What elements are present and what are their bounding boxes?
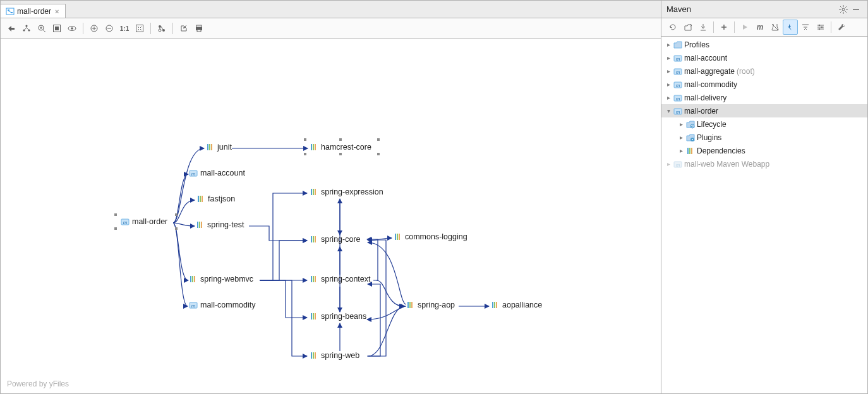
fit-content-icon[interactable]	[50, 21, 64, 35]
add-icon[interactable]	[716, 20, 732, 35]
run-icon[interactable]	[737, 20, 752, 35]
chevron-right-icon[interactable]: ▸	[665, 160, 672, 167]
show-options-icon[interactable]	[813, 20, 828, 35]
selection-handle[interactable]	[114, 227, 117, 230]
maven-module-icon: m	[673, 93, 682, 102]
layout-icon[interactable]	[20, 21, 33, 35]
maven-m-icon[interactable]: m	[752, 20, 768, 35]
node-spring-webmvc[interactable]: spring-webmvc	[189, 275, 253, 284]
node-spring-aop[interactable]: spring-aop	[406, 301, 455, 309]
selection-handle[interactable]	[377, 153, 380, 155]
tree-item-lifecycle[interactable]: ▸Lifecycle	[661, 117, 867, 131]
tree-item-mall-order[interactable]: ▾mmall-order	[661, 104, 867, 117]
actual-size-icon[interactable]: 1:1	[118, 21, 131, 35]
chevron-right-icon[interactable]: ▸	[665, 54, 672, 61]
node-spring-core[interactable]: spring-core	[310, 235, 361, 244]
reload-icon[interactable]	[665, 20, 680, 35]
fit-window-icon[interactable]	[133, 21, 147, 35]
download-icon[interactable]	[696, 20, 711, 35]
separator	[734, 21, 735, 33]
folder-icon	[673, 40, 682, 49]
svg-point-21	[159, 25, 161, 28]
node-mall-commodity[interactable]: mmall-commodity	[189, 301, 256, 309]
tree-item-mall-aggregate[interactable]: ▸mmall-aggregate (root)	[661, 64, 867, 78]
library-icon	[394, 232, 402, 241]
chevron-right-icon[interactable]: ▸	[678, 121, 684, 128]
node-label: mall-order	[132, 217, 167, 226]
zoom-out-icon[interactable]	[102, 21, 116, 35]
chevron-right-icon[interactable]: ▸	[678, 147, 684, 154]
node-hamcrest-core[interactable]: hamcrest-core	[310, 143, 371, 152]
zoom-in-mag-icon[interactable]	[35, 21, 49, 35]
svg-rect-41	[201, 222, 202, 228]
maven-toolbar: m	[661, 18, 867, 37]
tree-item-mall-delivery[interactable]: ▸mmall-delivery	[661, 91, 867, 104]
tree-label: Lifecycle	[697, 120, 726, 129]
folder-icon	[686, 120, 695, 129]
node-spring-expression[interactable]: spring-expression	[310, 188, 383, 196]
svg-rect-60	[313, 313, 314, 319]
diagram-pane: mall-order × 1:1	[1, 1, 661, 393]
chevron-right-icon[interactable]: ▸	[665, 94, 672, 101]
library-icon	[686, 146, 695, 155]
tree-label: mall-delivery	[684, 93, 726, 102]
svg-rect-32	[209, 144, 210, 150]
svg-rect-42	[190, 276, 191, 282]
collapse-all-icon[interactable]	[798, 20, 813, 35]
tree-label: mall-order	[684, 107, 718, 116]
zoom-in-icon[interactable]	[87, 21, 101, 35]
node-mall-order[interactable]: mmall-order	[121, 217, 167, 226]
node-junit[interactable]: junit	[206, 143, 232, 152]
tree-item-profiles[interactable]: ▸Profiles	[661, 38, 867, 51]
node-mall-account[interactable]: mmall-account	[189, 169, 245, 177]
chevron-right-icon[interactable]: ▸	[665, 68, 672, 75]
selection-handle[interactable]	[377, 138, 380, 141]
export-icon[interactable]	[177, 21, 191, 35]
svg-text:m: m	[676, 56, 680, 62]
maven-project-tree[interactable]: ▸Profiles ▸mmall-account ▸mmall-aggregat…	[661, 37, 867, 393]
offline-mode-icon[interactable]	[783, 20, 798, 35]
preview-icon[interactable]	[65, 21, 79, 35]
svg-rect-73	[496, 302, 497, 308]
maven-module-icon: m	[673, 67, 682, 76]
selection-handle[interactable]	[304, 153, 306, 155]
chevron-right-icon[interactable]: ▸	[678, 134, 684, 141]
print-icon[interactable]	[192, 21, 206, 35]
tree-item-dependencies[interactable]: ▸Dependencies	[661, 144, 867, 157]
node-commons-logging[interactable]: commons-logging	[394, 232, 467, 241]
node-spring-web[interactable]: spring-web	[310, 351, 359, 360]
dependency-icon[interactable]	[155, 21, 169, 35]
selection-handle[interactable]	[175, 213, 178, 216]
generate-sources-icon[interactable]	[680, 20, 696, 35]
node-spring-context[interactable]: spring-context	[310, 275, 371, 284]
back-icon[interactable]	[4, 21, 18, 35]
selection-handle[interactable]	[339, 153, 342, 155]
node-aopalliance[interactable]: aopalliance	[491, 301, 542, 309]
node-spring-test[interactable]: spring-test	[196, 220, 244, 229]
selection-handle[interactable]	[114, 213, 117, 216]
hide-icon[interactable]	[850, 3, 862, 16]
svg-text:m: m	[676, 109, 680, 115]
gear-icon[interactable]	[837, 3, 850, 16]
node-spring-beans[interactable]: spring-beans	[310, 312, 366, 321]
settings-wrench-icon[interactable]	[834, 20, 849, 35]
svg-rect-109	[687, 148, 689, 154]
svg-text:m: m	[676, 96, 680, 102]
toggle-skip-tests-icon[interactable]	[768, 20, 783, 35]
editor-tabs: mall-order ×	[1, 1, 661, 18]
tree-item-mall-web[interactable]: ▸mmall-web Maven Webapp	[661, 157, 867, 170]
selection-handle[interactable]	[175, 227, 178, 230]
selection-handle[interactable]	[304, 138, 306, 141]
tree-item-mall-account[interactable]: ▸mmall-account	[661, 51, 867, 64]
close-icon[interactable]: ×	[54, 8, 60, 15]
node-fastjson[interactable]: fastjson	[196, 194, 235, 203]
chevron-right-icon[interactable]: ▸	[665, 41, 672, 48]
selection-handle[interactable]	[339, 138, 342, 141]
chevron-down-icon[interactable]: ▾	[665, 107, 672, 114]
tab-mall-order[interactable]: mall-order ×	[1, 4, 66, 18]
tree-item-plugins[interactable]: ▸Plugins	[661, 131, 867, 144]
svg-rect-55	[315, 236, 316, 242]
chevron-right-icon[interactable]: ▸	[665, 81, 672, 88]
tree-item-mall-commodity[interactable]: ▸mmall-commodity	[661, 78, 867, 91]
diagram-canvas[interactable]: mmall-order junit mmall-account fastjson…	[1, 39, 661, 393]
